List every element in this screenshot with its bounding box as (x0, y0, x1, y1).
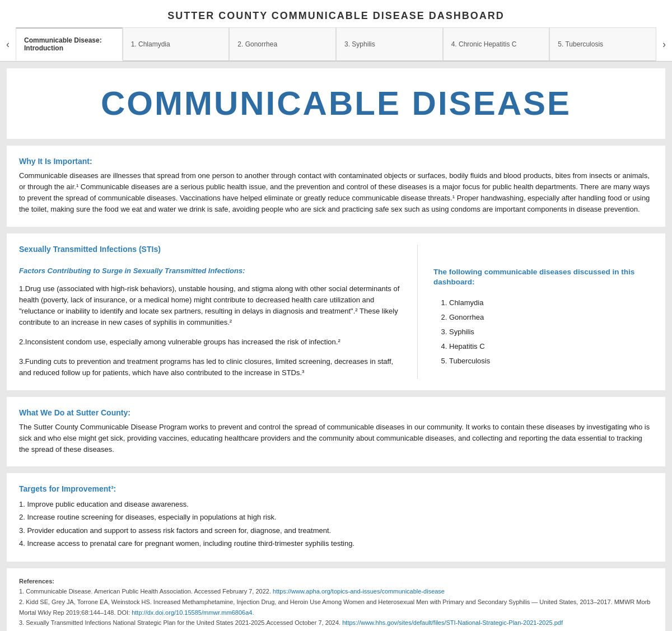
why-important-title: Why It Is Important: (19, 157, 653, 166)
sutter-title: What We Do at Sutter County: (19, 408, 653, 417)
tab-introduction[interactable]: Communicable Disease: Introduction (16, 27, 123, 61)
reference-2: 2. Kidd SE, Grey JA, Torrone EA, Weinsto… (19, 597, 653, 618)
target-2: 2. Increase routine screening for diseas… (19, 511, 653, 524)
disease-chlamydia: Chlamydia (449, 296, 653, 310)
disease-hepatitis: Hepatitis C (449, 339, 653, 354)
targets-section: Targets for Improvement³: 1. Improve pub… (7, 473, 665, 562)
disease-syphilis: Syphilis (449, 325, 653, 339)
targets-list: 1. Improve public education and disease … (19, 498, 653, 550)
sti-factor1: 1.Drug use (associated with high-risk be… (19, 283, 406, 329)
targets-title: Targets for Improvement³: (19, 484, 653, 493)
hero-title: COMMUNICABLE DISEASE (18, 85, 654, 122)
reference-3: 3. Sexually Transmitted Infections Natio… (19, 618, 653, 628)
main-content: COMMUNICABLE DISEASE Why It Is Important… (0, 62, 672, 631)
disease-gonorrhea: Gonorrhea (449, 310, 653, 325)
sutter-body: The Sutter County Communicable Disease P… (19, 422, 653, 455)
tab-hepatitis[interactable]: 4. Chronic Hepatitis C (443, 27, 550, 61)
sti-title: Sexually Transmitted Infections (STIs) (19, 245, 406, 254)
sti-factors-title: Factors Contributing to Surge in Sexuall… (19, 267, 406, 275)
ref2-link[interactable]: http://dx.doi.org/10.15585/mmwr.mm6806a4… (132, 609, 254, 616)
target-3: 3. Provider education and support to ass… (19, 524, 653, 537)
tab-navigation: ‹ Communicable Disease: Introduction 1. … (0, 27, 672, 62)
tab-tuberculosis[interactable]: 5. Tuberculosis (549, 27, 656, 61)
sti-factor3: 3.Funding cuts to prevention and treatme… (19, 356, 406, 378)
why-important-section: Why It Is Important: Communicable diseas… (7, 146, 665, 227)
tab-syphilis[interactable]: 3. Syphilis (336, 27, 443, 61)
disease-tuberculosis: Tuberculosis (449, 354, 653, 368)
target-4: 4. Increase access to prenatal care for … (19, 537, 653, 550)
disease-list: Chlamydia Gonorrhea Syphilis Hepatitis C… (433, 296, 653, 368)
page-title: SUTTER COUNTY COMMUNICABLE DISEASE DASHB… (0, 0, 672, 27)
ref3-link[interactable]: https://www.hhs.gov/sites/default/files/… (342, 619, 563, 626)
sti-factor2: 2.Inconsistent condom use, especially am… (19, 336, 406, 348)
sti-right-col: The following communicable diseases disc… (418, 245, 653, 379)
target-1: 1. Improve public education and disease … (19, 498, 653, 511)
tab-prev-arrow[interactable]: ‹ (0, 27, 16, 61)
tab-next-arrow[interactable]: › (656, 27, 672, 61)
tab-gonorrhea[interactable]: 2. Gonorrhea (229, 27, 336, 61)
references-label: References: (19, 576, 653, 587)
sutter-section: What We Do at Sutter County: The Sutter … (7, 397, 665, 466)
sti-left-col: Sexually Transmitted Infections (STIs) F… (19, 245, 418, 379)
ref1-link[interactable]: https://www.apha.org/topics-and-issues/c… (273, 588, 445, 595)
hero-banner: COMMUNICABLE DISEASE (7, 68, 665, 139)
references-section: References: 1. Communicable Disease. Ame… (7, 568, 665, 631)
sti-right-title: The following communicable diseases disc… (433, 267, 653, 288)
reference-1: 1. Communicable Disease. American Public… (19, 586, 653, 597)
why-important-body: Communicable diseases are illnesses that… (19, 170, 653, 216)
sti-section: Sexually Transmitted Infections (STIs) F… (7, 233, 665, 390)
tab-chlamydia[interactable]: 1. Chlamydia (123, 27, 230, 61)
